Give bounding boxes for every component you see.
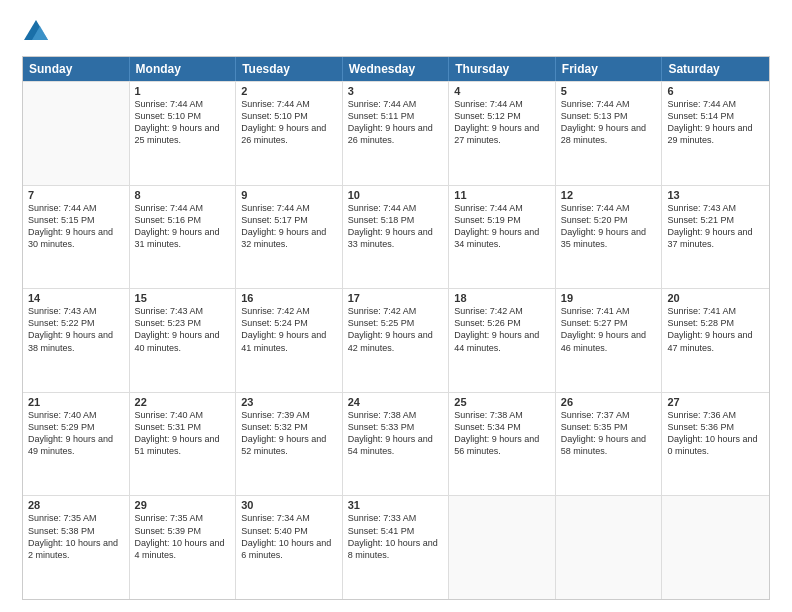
calendar-cell: 28 Sunrise: 7:35 AM Sunset: 5:38 PM Dayl…	[23, 496, 130, 599]
calendar-cell	[449, 496, 556, 599]
calendar-cell: 13 Sunrise: 7:43 AM Sunset: 5:21 PM Dayl…	[662, 186, 769, 289]
calendar-cell: 12 Sunrise: 7:44 AM Sunset: 5:20 PM Dayl…	[556, 186, 663, 289]
calendar-cell: 7 Sunrise: 7:44 AM Sunset: 5:15 PM Dayli…	[23, 186, 130, 289]
calendar-row: 7 Sunrise: 7:44 AM Sunset: 5:15 PM Dayli…	[23, 185, 769, 289]
calendar-cell: 15 Sunrise: 7:43 AM Sunset: 5:23 PM Dayl…	[130, 289, 237, 392]
day-number: 9	[241, 189, 337, 201]
calendar-cell: 18 Sunrise: 7:42 AM Sunset: 5:26 PM Dayl…	[449, 289, 556, 392]
day-number: 12	[561, 189, 657, 201]
day-info: Sunrise: 7:44 AM Sunset: 5:19 PM Dayligh…	[454, 202, 550, 251]
page: SundayMondayTuesdayWednesdayThursdayFrid…	[0, 0, 792, 612]
day-info: Sunrise: 7:44 AM Sunset: 5:17 PM Dayligh…	[241, 202, 337, 251]
calendar-cell	[23, 82, 130, 185]
day-number: 5	[561, 85, 657, 97]
calendar-weekday: Friday	[556, 57, 663, 81]
calendar-cell: 19 Sunrise: 7:41 AM Sunset: 5:27 PM Dayl…	[556, 289, 663, 392]
calendar-cell: 22 Sunrise: 7:40 AM Sunset: 5:31 PM Dayl…	[130, 393, 237, 496]
day-info: Sunrise: 7:44 AM Sunset: 5:16 PM Dayligh…	[135, 202, 231, 251]
day-info: Sunrise: 7:38 AM Sunset: 5:33 PM Dayligh…	[348, 409, 444, 458]
day-info: Sunrise: 7:43 AM Sunset: 5:23 PM Dayligh…	[135, 305, 231, 354]
calendar-cell: 9 Sunrise: 7:44 AM Sunset: 5:17 PM Dayli…	[236, 186, 343, 289]
day-info: Sunrise: 7:37 AM Sunset: 5:35 PM Dayligh…	[561, 409, 657, 458]
day-number: 24	[348, 396, 444, 408]
calendar-cell: 27 Sunrise: 7:36 AM Sunset: 5:36 PM Dayl…	[662, 393, 769, 496]
day-info: Sunrise: 7:38 AM Sunset: 5:34 PM Dayligh…	[454, 409, 550, 458]
day-number: 6	[667, 85, 764, 97]
day-number: 28	[28, 499, 124, 511]
day-number: 31	[348, 499, 444, 511]
calendar-cell: 17 Sunrise: 7:42 AM Sunset: 5:25 PM Dayl…	[343, 289, 450, 392]
calendar-cell: 5 Sunrise: 7:44 AM Sunset: 5:13 PM Dayli…	[556, 82, 663, 185]
day-number: 23	[241, 396, 337, 408]
day-number: 15	[135, 292, 231, 304]
calendar-cell: 21 Sunrise: 7:40 AM Sunset: 5:29 PM Dayl…	[23, 393, 130, 496]
day-info: Sunrise: 7:35 AM Sunset: 5:39 PM Dayligh…	[135, 512, 231, 561]
day-info: Sunrise: 7:44 AM Sunset: 5:15 PM Dayligh…	[28, 202, 124, 251]
day-number: 10	[348, 189, 444, 201]
day-info: Sunrise: 7:44 AM Sunset: 5:11 PM Dayligh…	[348, 98, 444, 147]
calendar-cell: 14 Sunrise: 7:43 AM Sunset: 5:22 PM Dayl…	[23, 289, 130, 392]
day-number: 29	[135, 499, 231, 511]
day-number: 14	[28, 292, 124, 304]
calendar-weekday: Tuesday	[236, 57, 343, 81]
day-info: Sunrise: 7:40 AM Sunset: 5:31 PM Dayligh…	[135, 409, 231, 458]
calendar-weekday: Sunday	[23, 57, 130, 81]
day-info: Sunrise: 7:44 AM Sunset: 5:10 PM Dayligh…	[135, 98, 231, 147]
day-number: 2	[241, 85, 337, 97]
calendar-cell: 23 Sunrise: 7:39 AM Sunset: 5:32 PM Dayl…	[236, 393, 343, 496]
calendar-cell: 16 Sunrise: 7:42 AM Sunset: 5:24 PM Dayl…	[236, 289, 343, 392]
day-info: Sunrise: 7:44 AM Sunset: 5:12 PM Dayligh…	[454, 98, 550, 147]
logo	[22, 18, 54, 46]
day-info: Sunrise: 7:44 AM Sunset: 5:10 PM Dayligh…	[241, 98, 337, 147]
calendar-cell: 31 Sunrise: 7:33 AM Sunset: 5:41 PM Dayl…	[343, 496, 450, 599]
day-info: Sunrise: 7:41 AM Sunset: 5:28 PM Dayligh…	[667, 305, 764, 354]
day-number: 1	[135, 85, 231, 97]
day-info: Sunrise: 7:44 AM Sunset: 5:20 PM Dayligh…	[561, 202, 657, 251]
day-info: Sunrise: 7:40 AM Sunset: 5:29 PM Dayligh…	[28, 409, 124, 458]
calendar-cell: 20 Sunrise: 7:41 AM Sunset: 5:28 PM Dayl…	[662, 289, 769, 392]
day-info: Sunrise: 7:44 AM Sunset: 5:14 PM Dayligh…	[667, 98, 764, 147]
day-info: Sunrise: 7:43 AM Sunset: 5:22 PM Dayligh…	[28, 305, 124, 354]
calendar-row: 14 Sunrise: 7:43 AM Sunset: 5:22 PM Dayl…	[23, 288, 769, 392]
calendar-weekday: Saturday	[662, 57, 769, 81]
day-number: 18	[454, 292, 550, 304]
calendar-cell: 3 Sunrise: 7:44 AM Sunset: 5:11 PM Dayli…	[343, 82, 450, 185]
day-number: 20	[667, 292, 764, 304]
day-number: 30	[241, 499, 337, 511]
day-info: Sunrise: 7:42 AM Sunset: 5:26 PM Dayligh…	[454, 305, 550, 354]
calendar-weekday: Wednesday	[343, 57, 450, 81]
calendar-cell: 10 Sunrise: 7:44 AM Sunset: 5:18 PM Dayl…	[343, 186, 450, 289]
day-number: 26	[561, 396, 657, 408]
day-info: Sunrise: 7:42 AM Sunset: 5:24 PM Dayligh…	[241, 305, 337, 354]
calendar: SundayMondayTuesdayWednesdayThursdayFrid…	[22, 56, 770, 600]
calendar-cell	[662, 496, 769, 599]
day-info: Sunrise: 7:39 AM Sunset: 5:32 PM Dayligh…	[241, 409, 337, 458]
day-number: 8	[135, 189, 231, 201]
calendar-cell: 25 Sunrise: 7:38 AM Sunset: 5:34 PM Dayl…	[449, 393, 556, 496]
day-number: 13	[667, 189, 764, 201]
day-info: Sunrise: 7:44 AM Sunset: 5:13 PM Dayligh…	[561, 98, 657, 147]
day-info: Sunrise: 7:35 AM Sunset: 5:38 PM Dayligh…	[28, 512, 124, 561]
header	[22, 18, 770, 46]
calendar-cell: 8 Sunrise: 7:44 AM Sunset: 5:16 PM Dayli…	[130, 186, 237, 289]
logo-icon	[22, 18, 50, 46]
calendar-cell: 1 Sunrise: 7:44 AM Sunset: 5:10 PM Dayli…	[130, 82, 237, 185]
day-number: 25	[454, 396, 550, 408]
day-number: 16	[241, 292, 337, 304]
day-number: 4	[454, 85, 550, 97]
calendar-row: 21 Sunrise: 7:40 AM Sunset: 5:29 PM Dayl…	[23, 392, 769, 496]
calendar-cell: 26 Sunrise: 7:37 AM Sunset: 5:35 PM Dayl…	[556, 393, 663, 496]
calendar-header: SundayMondayTuesdayWednesdayThursdayFrid…	[23, 57, 769, 81]
calendar-cell	[556, 496, 663, 599]
day-number: 27	[667, 396, 764, 408]
calendar-cell: 30 Sunrise: 7:34 AM Sunset: 5:40 PM Dayl…	[236, 496, 343, 599]
calendar-cell: 4 Sunrise: 7:44 AM Sunset: 5:12 PM Dayli…	[449, 82, 556, 185]
calendar-cell: 6 Sunrise: 7:44 AM Sunset: 5:14 PM Dayli…	[662, 82, 769, 185]
calendar-row: 1 Sunrise: 7:44 AM Sunset: 5:10 PM Dayli…	[23, 81, 769, 185]
day-number: 7	[28, 189, 124, 201]
calendar-weekday: Monday	[130, 57, 237, 81]
calendar-cell: 24 Sunrise: 7:38 AM Sunset: 5:33 PM Dayl…	[343, 393, 450, 496]
day-info: Sunrise: 7:34 AM Sunset: 5:40 PM Dayligh…	[241, 512, 337, 561]
calendar-row: 28 Sunrise: 7:35 AM Sunset: 5:38 PM Dayl…	[23, 495, 769, 599]
day-info: Sunrise: 7:33 AM Sunset: 5:41 PM Dayligh…	[348, 512, 444, 561]
